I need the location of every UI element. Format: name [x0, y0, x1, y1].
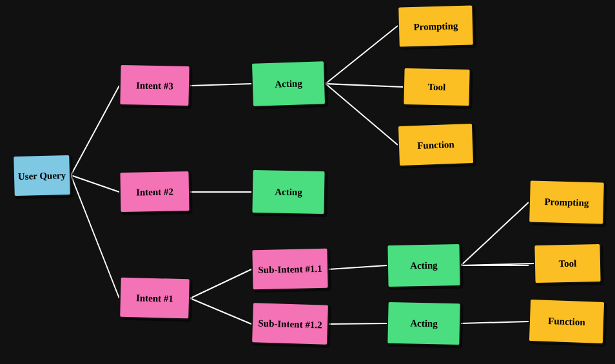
- svg-line-3: [190, 84, 251, 86]
- card-intent3: Intent #3: [119, 64, 190, 107]
- card-acting_mid: Acting: [251, 169, 326, 215]
- card-user_query: User Query: [12, 154, 72, 197]
- card-tool_top: Tool: [402, 67, 471, 107]
- card-acting_sub2: Acting: [386, 301, 461, 346]
- svg-line-12: [461, 202, 529, 265]
- svg-line-11: [329, 323, 387, 324]
- card-function_top: Function: [397, 122, 474, 167]
- svg-line-14: [461, 321, 529, 323]
- svg-line-13: [461, 263, 534, 265]
- svg-line-7: [326, 26, 398, 84]
- svg-line-8: [326, 84, 403, 87]
- card-intent2: Intent #2: [119, 170, 190, 213]
- svg-line-10: [329, 265, 387, 269]
- svg-line-1: [71, 175, 119, 192]
- svg-line-9: [326, 84, 398, 145]
- svg-line-5: [190, 269, 251, 298]
- card-function_right: Function: [528, 298, 605, 345]
- card-prompting_top: Prompting: [397, 4, 474, 48]
- card-prompting_right: Prompting: [528, 179, 605, 225]
- card-acting_top: Acting: [251, 60, 326, 108]
- svg-line-6: [190, 298, 251, 324]
- card-subintent11: Sub-Intent #1.1: [251, 247, 329, 291]
- card-tool_right: Tool: [533, 243, 601, 284]
- card-acting_sub1: Acting: [386, 243, 461, 288]
- svg-line-0: [71, 86, 119, 175]
- svg-line-2: [71, 175, 119, 298]
- card-intent1: Intent #1: [119, 276, 191, 320]
- card-subintent12: Sub-Intent #1.2: [251, 302, 329, 346]
